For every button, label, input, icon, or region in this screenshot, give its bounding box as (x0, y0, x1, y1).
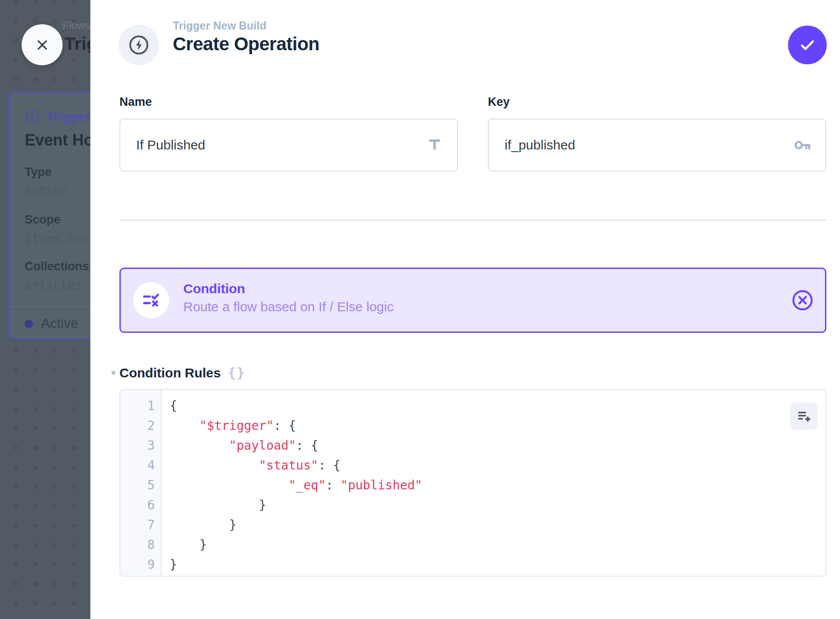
save-operation-button[interactable] (788, 26, 827, 64)
code-line[interactable]: 6 } (120, 495, 825, 515)
condition-rules-editor[interactable]: 1{2 "$trigger": {3 "payload": {4 "status… (119, 389, 826, 577)
trigger-scope-label: Scope (25, 213, 60, 227)
trigger-collections-value: articles (25, 278, 82, 292)
code-line[interactable]: 7 } (120, 515, 825, 535)
remove-operation-button[interactable] (790, 287, 815, 313)
editor-code-area[interactable]: 1{2 "$trigger": {3 "payload": {4 "status… (120, 390, 825, 576)
breadcrumb: Flows (63, 19, 90, 32)
condition-card-title: Condition (183, 281, 394, 296)
trigger-type-value: action (25, 184, 68, 198)
condition-rules-header: Condition Rules {} (112, 365, 245, 380)
status-dot-icon (25, 320, 33, 328)
code-line[interactable]: 3 "payload": { (120, 436, 825, 455)
trigger-type-label: Type (25, 165, 52, 179)
condition-card-text: Condition Route a flow based on If / Els… (183, 281, 394, 314)
trigger-panel-header-label: Trigger (46, 109, 90, 124)
edited-dot-icon (112, 371, 115, 375)
key-input[interactable] (489, 138, 792, 153)
name-input[interactable] (120, 138, 425, 153)
create-operation-drawer: Trigger New Build Create Operation Name … (90, 0, 840, 619)
check-icon (797, 35, 818, 55)
bolt-circle-icon (25, 109, 41, 125)
flow-status-dropdown[interactable]: Active (25, 316, 90, 332)
key-field (488, 119, 826, 172)
trigger-scope-value: items.create (25, 231, 90, 245)
playlist-add-icon (795, 408, 812, 425)
page-title: Trigger New Build (64, 34, 90, 54)
trigger-panel-title: Event Hook (25, 131, 90, 149)
status-label: Active (41, 316, 78, 332)
key-icon (792, 135, 812, 155)
code-line[interactable]: 8 } (120, 535, 825, 555)
name-field (119, 119, 458, 172)
drawer-breadcrumb: Trigger New Build (173, 19, 267, 32)
code-line[interactable]: 5 "_eq": "published" (120, 475, 825, 495)
trigger-panel-divider (9, 306, 90, 307)
cancel-circle-icon (790, 287, 815, 313)
operation-header-chip (119, 25, 159, 65)
braces-icon: {} (228, 365, 245, 380)
title-text-icon (425, 136, 444, 154)
close-icon (33, 36, 51, 54)
code-line[interactable]: 2 "$trigger": { (120, 416, 825, 436)
code-line[interactable]: 9} (120, 555, 825, 574)
name-label: Name (119, 95, 152, 109)
drawer-title: Create Operation (173, 34, 320, 55)
code-line[interactable]: 4 "status": { (120, 455, 825, 475)
trigger-collections-label: Collections (25, 260, 89, 273)
code-line[interactable]: 1{ (120, 396, 825, 416)
condition-card-subtitle: Route a flow based on If / Else logic (183, 299, 394, 314)
template-fill-button[interactable] (790, 403, 818, 430)
condition-rules-label: Condition Rules (119, 365, 221, 380)
rule-icon (133, 282, 169, 318)
page-overlay-backdrop[interactable]: Flows Trigger New Build Trigger Event Ho… (0, 0, 90, 619)
condition-operation-card[interactable]: Condition Route a flow based on If / Els… (119, 268, 826, 333)
key-label: Key (488, 95, 510, 109)
trigger-panel-header: Trigger (25, 109, 90, 125)
section-divider (119, 220, 826, 221)
bolt-circle-icon (127, 34, 150, 56)
close-drawer-button[interactable] (22, 24, 63, 65)
trigger-panel[interactable]: Trigger Event Hook Type action Scope ite… (7, 92, 90, 339)
